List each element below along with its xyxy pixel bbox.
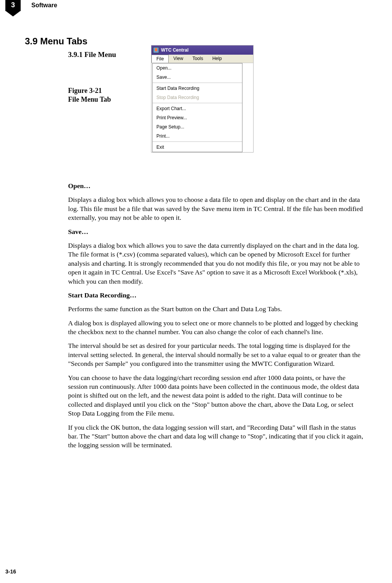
page-number: 3-16 bbox=[5, 568, 16, 575]
menu-item-export-chart[interactable]: Export Chart... bbox=[153, 104, 242, 113]
menu-item-save[interactable]: Save... bbox=[153, 73, 242, 82]
figure-label: Figure 3-21 File Menu Tab bbox=[68, 86, 111, 104]
app-icon bbox=[153, 47, 159, 53]
menu-item-page-setup[interactable]: Page Setup... bbox=[153, 122, 242, 132]
open-heading: Open… bbox=[68, 182, 364, 190]
figure-number: Figure 3-21 bbox=[68, 87, 102, 94]
start-p3: The interval should be set as desired fo… bbox=[68, 341, 364, 368]
save-text: Displays a dialog box which allows you t… bbox=[68, 241, 364, 286]
figure-caption: File Menu Tab bbox=[68, 96, 111, 103]
chapter-number: 3 bbox=[11, 1, 15, 9]
start-p2: A dialog box is displayed allowing you t… bbox=[68, 319, 364, 337]
menu-item-exit[interactable]: Exit bbox=[153, 143, 242, 152]
menu-item-print[interactable]: Print... bbox=[153, 132, 242, 141]
menu-help[interactable]: Help bbox=[208, 55, 226, 63]
menu-separator bbox=[153, 83, 242, 83]
subsection-title: 3.9.1 File Menu bbox=[68, 50, 116, 59]
menu-view[interactable]: View bbox=[169, 55, 188, 63]
menu-item-start-recording[interactable]: Start Data Recording bbox=[153, 84, 242, 93]
app-title: WTC Central bbox=[161, 47, 189, 53]
section-title: 3.9 Menu Tabs bbox=[25, 36, 88, 47]
start-p4: You can choose to have the data logging/… bbox=[68, 374, 364, 418]
menubar: File View Tools Help bbox=[151, 55, 253, 63]
start-p1: Performs the same function as the Start … bbox=[68, 305, 364, 313]
save-heading: Save… bbox=[68, 227, 364, 236]
menu-item-stop-recording[interactable]: Stop Data Recording bbox=[153, 93, 242, 102]
menu-tools[interactable]: Tools bbox=[188, 55, 208, 63]
start-p5: If you click the OK button, the data log… bbox=[68, 423, 364, 450]
body-text: Open… Displays a dialog box which allows… bbox=[68, 182, 364, 455]
app-screenshot: WTC Central File View Tools Help Open...… bbox=[151, 45, 254, 153]
section-label: Software bbox=[31, 2, 57, 9]
file-dropdown: Open... Save... Start Data Recording Sto… bbox=[152, 63, 242, 152]
open-text: Displays a dialog box which allows you t… bbox=[68, 195, 364, 222]
menu-separator bbox=[153, 141, 242, 142]
menu-item-open[interactable]: Open... bbox=[153, 63, 242, 73]
chapter-marker: 3 bbox=[5, 0, 21, 11]
menu-item-print-preview[interactable]: Print Preview... bbox=[153, 113, 242, 122]
menu-separator bbox=[153, 103, 242, 103]
start-heading: Start Data Recording… bbox=[68, 291, 364, 300]
menu-file[interactable]: File bbox=[151, 55, 169, 63]
page-header: 3 Software bbox=[5, 0, 392, 11]
titlebar: WTC Central bbox=[151, 45, 253, 55]
